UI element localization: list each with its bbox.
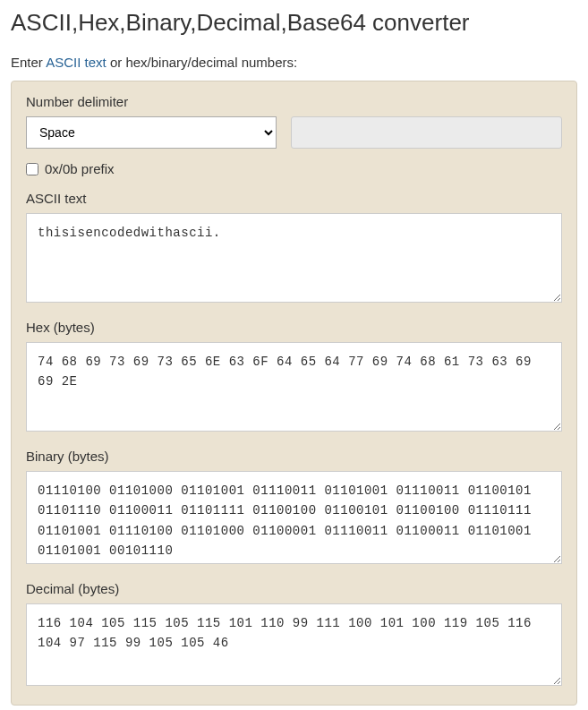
decimal-textarea[interactable] <box>26 603 562 686</box>
ascii-textarea[interactable] <box>26 213 562 303</box>
ascii-label: ASCII text <box>26 191 562 206</box>
prefix-label[interactable]: 0x/0b prefix <box>45 161 115 176</box>
page-title: ASCII,Hex,Binary,Decimal,Base64 converte… <box>11 9 577 37</box>
prefix-checkbox[interactable] <box>26 163 38 175</box>
intro-suffix: or hex/binary/decimal numbers: <box>107 55 297 70</box>
hex-textarea[interactable] <box>26 342 562 432</box>
ascii-link[interactable]: ASCII text <box>46 55 107 70</box>
binary-label: Binary (bytes) <box>26 449 562 464</box>
delimiter-select[interactable]: Space <box>26 116 277 149</box>
binary-textarea[interactable] <box>26 471 562 564</box>
delimiter-row: Space <box>26 116 562 149</box>
prefix-row: 0x/0b prefix <box>26 161 562 176</box>
intro-prefix: Enter <box>11 55 46 70</box>
delimiter-label: Number delimiter <box>26 94 562 109</box>
delimiter-custom-input[interactable] <box>291 116 562 149</box>
decimal-label: Decimal (bytes) <box>26 581 562 596</box>
intro-text: Enter ASCII text or hex/binary/decimal n… <box>11 55 577 70</box>
hex-label: Hex (bytes) <box>26 320 562 335</box>
converter-panel: Number delimiter Space 0x/0b prefix ASCI… <box>11 81 577 706</box>
